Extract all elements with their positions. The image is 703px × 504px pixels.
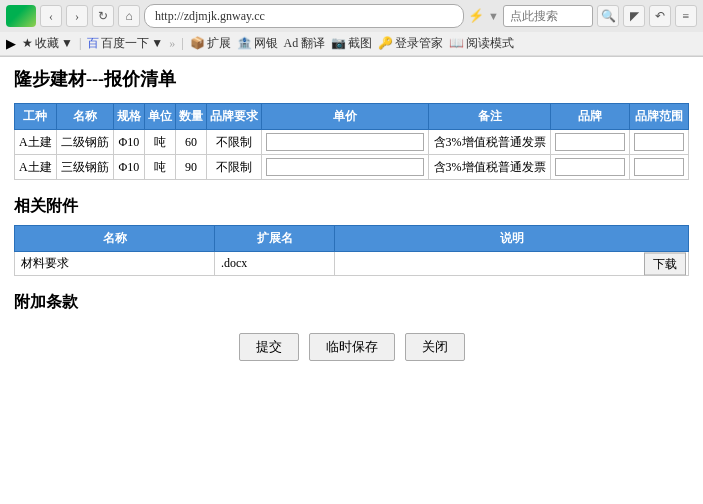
section-terms-title: 附加条款 (14, 292, 689, 313)
ext-login[interactable]: 🔑 登录管家 (378, 35, 443, 52)
bank-icon: 🏦 (237, 36, 252, 51)
cell-name-2: 三级钢筋 (56, 155, 113, 180)
cell-unit-2: 吨 (144, 155, 175, 180)
attach-desc-1: 下载 (335, 252, 689, 276)
col-header-brand-req: 品牌要求 (207, 104, 262, 130)
col-header-price: 单价 (262, 104, 429, 130)
attach-ext-1: .docx (215, 252, 335, 276)
cell-qty-1: 60 (175, 130, 206, 155)
bookmarks-bar: ▶ ★ 收藏 ▼ | 百 百度一下 ▼ » | 📦 扩展 🏦 网银 Ad 翻译 … (0, 32, 703, 56)
bookmark-label: 收藏 (35, 35, 59, 52)
forward-button[interactable]: › (66, 5, 88, 27)
address-bar[interactable]: http://zdjmjk.gnway.cc (144, 4, 464, 28)
expand-icon: ▼ (488, 10, 499, 22)
cell-qty-2: 90 (175, 155, 206, 180)
cell-spec-1: Φ10 (113, 130, 144, 155)
separator: | (79, 36, 81, 51)
reader-label: 阅读模式 (466, 35, 514, 52)
attach-name-1: 材料要求 (15, 252, 215, 276)
cell-type-2: A土建 (15, 155, 57, 180)
window-button[interactable]: ◤ (623, 5, 645, 27)
lightning-icon: ⚡ (468, 8, 484, 24)
chevron-down-icon: ▼ (61, 36, 73, 51)
ext-screenshot[interactable]: 📷 截图 (331, 35, 372, 52)
table-row: A土建 二级钢筋 Φ10 吨 60 不限制 11000 含3%增值税普通发票 (15, 130, 689, 155)
cell-unit-1: 吨 (144, 130, 175, 155)
cell-note-1: 含3%增值税普通发票 (429, 130, 550, 155)
col-header-brand: 品牌 (550, 104, 629, 130)
close-button[interactable]: 关闭 (405, 333, 465, 361)
bookmark-baidu[interactable]: 百 百度一下 ▼ (87, 35, 163, 52)
browser-logo (6, 5, 36, 27)
star-icon: ★ (22, 36, 33, 51)
refresh-button[interactable]: ↻ (92, 5, 114, 27)
price-input-2[interactable]: 12000 (266, 158, 424, 176)
search-input[interactable] (503, 5, 593, 27)
address-url: http://zdjmjk.gnway.cc (155, 9, 265, 24)
cell-brand-req-2: 不限制 (207, 155, 262, 180)
cell-price-2[interactable]: 12000 (262, 155, 429, 180)
download-button[interactable]: 下载 (644, 252, 686, 275)
table-row: A土建 三级钢筋 Φ10 吨 90 不限制 12000 含3%增值税普通发票 (15, 155, 689, 180)
ext-reader[interactable]: 📖 阅读模式 (449, 35, 514, 52)
attach-col-ext: 扩展名 (215, 226, 335, 252)
attachment-table: 名称 扩展名 说明 材料要求 .docx 下载 (14, 225, 689, 276)
ext-label: 扩展 (207, 35, 231, 52)
back-button[interactable]: ‹ (40, 5, 62, 27)
col-header-note: 备注 (429, 104, 550, 130)
ext-translate[interactable]: Ad 翻译 (284, 35, 326, 52)
submit-button[interactable]: 提交 (239, 333, 299, 361)
quote-table: 工种 名称 规格 单位 数量 品牌要求 单价 备注 品牌 品牌范围 A土建 二级… (14, 103, 689, 180)
cell-name-1: 二级钢筋 (56, 130, 113, 155)
section-attachment-title: 相关附件 (14, 196, 689, 217)
cell-note-2: 含3%增值税普通发票 (429, 155, 550, 180)
cell-spec-2: Φ10 (113, 155, 144, 180)
save-button[interactable]: 临时保存 (309, 333, 395, 361)
sidebar-toggle[interactable]: ▶ (6, 36, 16, 52)
page-content: 隆步建材---报价清单 工种 名称 规格 单位 数量 品牌要求 单价 备注 品牌… (0, 57, 703, 371)
page-title: 隆步建材---报价清单 (14, 67, 689, 91)
attach-col-desc: 说明 (335, 226, 689, 252)
home-button[interactable]: ⌂ (118, 5, 140, 27)
browser-toolbar: ‹ › ↻ ⌂ http://zdjmjk.gnway.cc ⚡ ▼ 🔍 ◤ ↶… (0, 0, 703, 32)
menu-button[interactable]: ≡ (675, 5, 697, 27)
cell-brand-range-2[interactable] (629, 155, 688, 180)
col-header-spec: 规格 (113, 104, 144, 130)
attach-col-name: 名称 (15, 226, 215, 252)
login-label: 登录管家 (395, 35, 443, 52)
browser-chrome: ‹ › ↻ ⌂ http://zdjmjk.gnway.cc ⚡ ▼ 🔍 ◤ ↶… (0, 0, 703, 57)
brand-range-input-2[interactable] (634, 158, 684, 176)
attachment-row: 材料要求 .docx 下载 (15, 252, 689, 276)
chevron-down-icon2: ▼ (151, 36, 163, 51)
bank-label: 网银 (254, 35, 278, 52)
price-input-1[interactable]: 11000 (266, 133, 424, 151)
screenshot-label: 截图 (348, 35, 372, 52)
footer-buttons: 提交 临时保存 关闭 (14, 333, 689, 361)
login-icon: 🔑 (378, 36, 393, 51)
col-header-qty: 数量 (175, 104, 206, 130)
col-header-type: 工种 (15, 104, 57, 130)
bookmark-collections[interactable]: ★ 收藏 ▼ (22, 35, 73, 52)
cell-brand-range-1[interactable] (629, 130, 688, 155)
brand-range-input-1[interactable] (634, 133, 684, 151)
col-header-name: 名称 (56, 104, 113, 130)
reader-icon: 📖 (449, 36, 464, 51)
baidu-label: 百度一下 (101, 35, 149, 52)
separator3: | (181, 36, 183, 51)
cell-brand-1[interactable] (550, 130, 629, 155)
brand-input-2[interactable] (555, 158, 625, 176)
col-header-brand-range: 品牌范围 (629, 104, 688, 130)
undo-button[interactable]: ↶ (649, 5, 671, 27)
cell-price-1[interactable]: 11000 (262, 130, 429, 155)
translate-label: Ad 翻译 (284, 35, 326, 52)
search-button[interactable]: 🔍 (597, 5, 619, 27)
cell-brand-req-1: 不限制 (207, 130, 262, 155)
cell-brand-2[interactable] (550, 155, 629, 180)
cell-type-1: A土建 (15, 130, 57, 155)
col-header-unit: 单位 (144, 104, 175, 130)
ext-banking[interactable]: 🏦 网银 (237, 35, 278, 52)
brand-input-1[interactable] (555, 133, 625, 151)
baidu-icon: 百 (87, 35, 99, 52)
separator2: » (169, 36, 175, 51)
ext-extensions[interactable]: 📦 扩展 (190, 35, 231, 52)
